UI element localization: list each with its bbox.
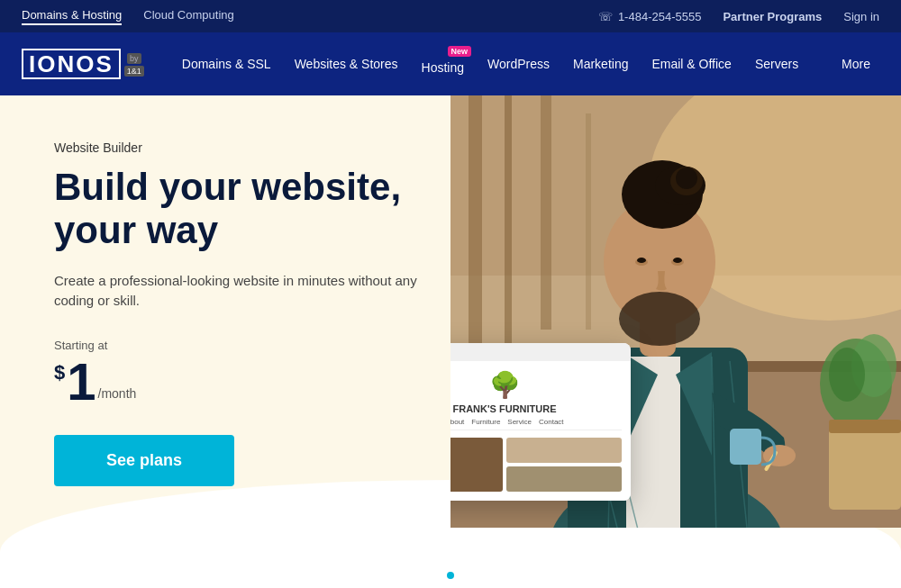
mockup-image-right <box>506 438 622 492</box>
new-badge: New <box>448 46 472 57</box>
topbar-domains-hosting[interactable]: Domains & Hosting <box>22 8 122 25</box>
svg-point-29 <box>673 258 682 263</box>
svg-point-34 <box>829 348 865 402</box>
mockup-site-title: FRANK'S FURNITURE <box>450 403 622 414</box>
price-label: Starting at <box>54 339 432 352</box>
nav-email-office[interactable]: Email & Office <box>642 51 740 77</box>
nav-websites-stores[interactable]: Websites & Stores <box>286 51 407 77</box>
logo[interactable]: IONOS by 1&1 <box>22 49 144 79</box>
svg-point-24 <box>676 167 697 189</box>
nav-more[interactable]: More <box>833 51 879 77</box>
price-amount: 1 <box>67 356 96 408</box>
logo-text: IONOS <box>22 49 121 79</box>
mockup-nav-service: Service <box>507 418 532 426</box>
price-currency: $ <box>54 361 65 384</box>
hero-image-area: 🌳 FRANK'S FURNITURE About Furniture Serv… <box>450 95 901 528</box>
nav-bar: IONOS by 1&1 Domains & SSL Websites & St… <box>0 32 901 95</box>
mockup-tree-icon: 🌳 <box>450 370 622 400</box>
mockup-image-1 <box>450 438 503 492</box>
hero-title: Build your website, your way <box>54 166 432 253</box>
mockup-nav-furniture: Furniture <box>471 418 500 426</box>
svg-rect-4 <box>541 95 551 330</box>
phone-number: ☏ 1-484-254-5555 <box>598 10 702 23</box>
svg-rect-37 <box>730 429 761 465</box>
price-display: $ 1 /month <box>54 356 432 408</box>
mockup-browser-bar <box>450 343 631 361</box>
hero-photo: 🌳 FRANK'S FURNITURE About Furniture Serv… <box>450 95 901 528</box>
hero-section: Website Builder Build your website, your… <box>0 95 901 588</box>
svg-rect-36 <box>829 420 901 433</box>
partner-programs-link[interactable]: Partner Programs <box>723 10 822 23</box>
svg-point-28 <box>637 258 646 263</box>
mockup-nav-contact: Contact <box>539 418 564 426</box>
logo-by: by 1&1 <box>124 51 144 77</box>
svg-rect-2 <box>469 95 482 366</box>
mockup-image-3 <box>506 466 622 492</box>
nav-servers[interactable]: Servers <box>746 51 807 77</box>
hero-content: Website Builder Build your website, your… <box>0 95 432 588</box>
phone-icon: ☏ <box>598 10 613 23</box>
price-period: /month <box>98 386 137 401</box>
top-bar: Domains & Hosting Cloud Computing ☏ 1-48… <box>0 0 901 32</box>
svg-rect-5 <box>586 113 591 330</box>
top-bar-right: ☏ 1-484-254-5555 Partner Programs Sign i… <box>598 10 879 23</box>
hero-subtitle: Website Builder <box>54 140 432 155</box>
mockup-content: 🌳 FRANK'S FURNITURE About Furniture Serv… <box>450 361 631 501</box>
svg-point-25 <box>619 292 700 346</box>
mockup-nav-about: About <box>450 418 464 426</box>
svg-rect-3 <box>505 95 512 348</box>
main-nav: Domains & SSL Websites & Stores Hosting … <box>173 48 807 80</box>
hero-description: Create a professional-looking website in… <box>54 271 432 312</box>
nav-wordpress[interactable]: WordPress <box>478 51 559 77</box>
nav-domains-ssl[interactable]: Domains & SSL <box>173 51 280 77</box>
mockup-nav: About Furniture Service Contact <box>450 418 622 430</box>
topbar-cloud-computing[interactable]: Cloud Computing <box>143 8 233 25</box>
website-mockup: 🌳 FRANK'S FURNITURE About Furniture Serv… <box>450 343 631 501</box>
see-plans-button[interactable]: See plans <box>54 435 234 486</box>
mockup-images <box>450 438 622 492</box>
top-bar-nav: Domains & Hosting Cloud Computing <box>22 8 234 25</box>
carousel-dot[interactable] <box>447 572 454 579</box>
sign-in-link[interactable]: Sign in <box>843 10 879 23</box>
mockup-image-2 <box>506 438 622 463</box>
nav-hosting[interactable]: Hosting New <box>413 48 473 80</box>
nav-marketing[interactable]: Marketing <box>564 51 637 77</box>
